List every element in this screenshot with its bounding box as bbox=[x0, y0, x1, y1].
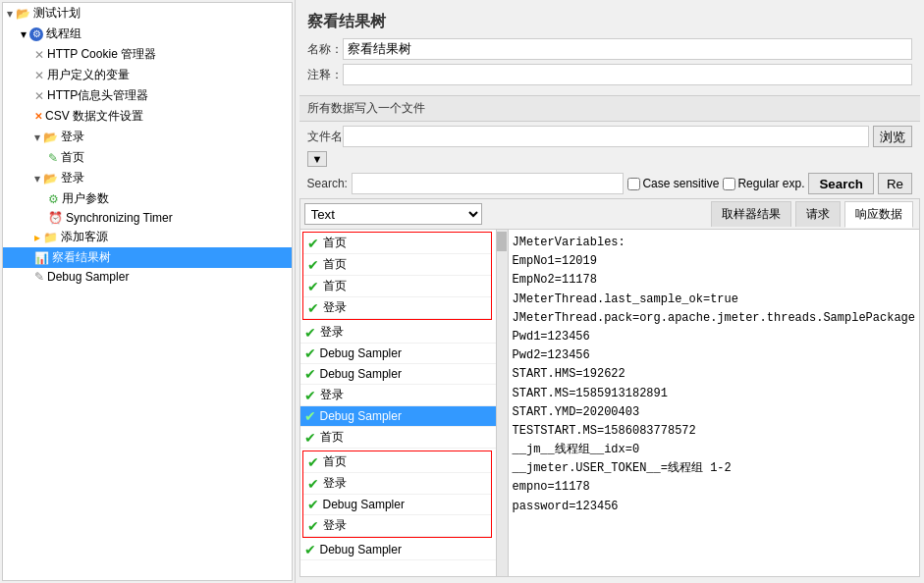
list-item-3[interactable]: ✔首页 bbox=[303, 276, 491, 297]
reset-button[interactable]: Re bbox=[878, 173, 912, 194]
list-item-15[interactable]: ✔Debug Sampler bbox=[300, 540, 496, 560]
expand-row: ▼ bbox=[299, 149, 920, 169]
tree-item-http-cookie[interactable]: ✕HTTP Cookie 管理器 bbox=[3, 44, 292, 65]
regular-exp-label[interactable]: Regular exp. bbox=[723, 177, 804, 190]
tabs-container: 取样器结果请求响应数据 bbox=[711, 201, 915, 227]
response-line: EmpNo2=11178 bbox=[513, 271, 915, 290]
tree-item-login1[interactable]: ▾📂登录 bbox=[3, 127, 292, 147]
list-item-label-11: 首页 bbox=[323, 453, 347, 470]
comment-input[interactable] bbox=[343, 64, 912, 85]
response-line: START.YMD=20200403 bbox=[513, 403, 915, 422]
right-panel: 察看结果树 名称： 注释： 所有数据写入一个文件 文件名 浏览 ▼ Search… bbox=[296, 0, 924, 583]
list-item-label-6: Debug Sampler bbox=[320, 346, 402, 360]
list-item-label-2: 首页 bbox=[323, 256, 347, 273]
tree-item-login2[interactable]: ▾📂登录 bbox=[3, 168, 292, 188]
list-panel[interactable]: ✔首页✔首页✔首页✔登录✔登录✔Debug Sampler✔Debug Samp… bbox=[300, 230, 497, 576]
response-line: JMeterThread.pack=org.apache.jmeter.thre… bbox=[513, 309, 915, 328]
regular-exp-checkbox[interactable] bbox=[723, 178, 735, 190]
list-item-label-14: 登录 bbox=[323, 517, 347, 534]
response-line: empno=11178 bbox=[513, 478, 915, 497]
comment-label: 注释： bbox=[307, 67, 343, 83]
list-item-label-9: Debug Sampler bbox=[320, 409, 402, 423]
tree-item-sync-timer[interactable]: ⏰Synchronizing Timer bbox=[3, 209, 292, 227]
list-item-9[interactable]: ✔Debug Sampler bbox=[300, 406, 496, 427]
tree-item-home1[interactable]: ✎首页 bbox=[3, 147, 292, 168]
response-line: TESTSTART.MS=1586083778572 bbox=[513, 422, 915, 441]
list-item-label-10: 首页 bbox=[320, 429, 344, 446]
case-sensitive-label[interactable]: Case sensitive bbox=[627, 177, 719, 190]
browse-button[interactable]: 浏览 bbox=[873, 126, 912, 147]
list-item-6[interactable]: ✔Debug Sampler bbox=[300, 344, 496, 364]
check-icon-9: ✔ bbox=[304, 408, 316, 424]
check-icon-3: ✔ bbox=[307, 279, 319, 294]
tab-sampler[interactable]: 取样器结果 bbox=[711, 201, 791, 227]
comment-row: 注释： bbox=[299, 62, 920, 87]
tab-response[interactable]: 响应数据 bbox=[844, 201, 913, 228]
response-content: JMeterVariables:EmpNo1=12019EmpNo2=11178… bbox=[509, 230, 919, 576]
list-item-label-3: 首页 bbox=[323, 278, 347, 294]
name-row: 名称： bbox=[299, 36, 920, 62]
scrollbar-thumb[interactable] bbox=[497, 232, 507, 251]
tree-item-debug-sampler[interactable]: ✎Debug Sampler bbox=[3, 268, 292, 286]
main-container: ▾📂测试计划▾⚙线程组✕HTTP Cookie 管理器✕用户定义的变量✕HTTP… bbox=[0, 0, 924, 583]
list-item-label-5: 登录 bbox=[320, 324, 344, 341]
list-item-7[interactable]: ✔Debug Sampler bbox=[300, 364, 496, 385]
check-icon-14: ✔ bbox=[307, 518, 319, 534]
section-title: 所有数据写入一个文件 bbox=[299, 95, 920, 122]
format-dropdown[interactable]: TextRegExp TesterCSS/JQuery TesterXPath … bbox=[304, 203, 482, 225]
check-icon-12: ✔ bbox=[307, 476, 319, 492]
group2-border: ✔首页✔登录✔Debug Sampler✔登录 bbox=[302, 450, 492, 538]
list-item-2[interactable]: ✔首页 bbox=[303, 254, 491, 276]
check-icon-8: ✔ bbox=[304, 388, 316, 403]
tree-item-user-vars[interactable]: ✕用户定义的变量 bbox=[3, 65, 292, 85]
list-item-10[interactable]: ✔首页 bbox=[300, 427, 496, 449]
tree-item-add-source[interactable]: ▸📁添加客源 bbox=[3, 227, 292, 247]
list-item-11[interactable]: ✔首页 bbox=[303, 451, 491, 473]
panel-header: 察看结果树 名称： 注释： bbox=[299, 4, 920, 91]
check-icon-6: ✔ bbox=[304, 345, 316, 361]
list-item-14[interactable]: ✔登录 bbox=[303, 515, 491, 537]
tree-item-test-plan[interactable]: ▾📂测试计划 bbox=[3, 3, 292, 24]
search-button[interactable]: Search bbox=[808, 173, 873, 194]
response-line: __jm__线程组__idx=0 bbox=[513, 441, 915, 459]
response-line: START.HMS=192622 bbox=[513, 365, 915, 384]
tab-request[interactable]: 请求 bbox=[795, 201, 841, 227]
tree-item-thread-group[interactable]: ▾⚙线程组 bbox=[3, 24, 292, 44]
list-item-label-15: Debug Sampler bbox=[320, 543, 402, 556]
list-item-label-13: Debug Sampler bbox=[323, 498, 405, 511]
response-line: JMeterVariables: bbox=[513, 234, 915, 252]
check-icon-1: ✔ bbox=[307, 236, 319, 251]
case-sensitive-checkbox[interactable] bbox=[627, 178, 640, 190]
response-line: Pwd2=123456 bbox=[513, 346, 915, 365]
tree-container[interactable]: ▾📂测试计划▾⚙线程组✕HTTP Cookie 管理器✕用户定义的变量✕HTTP… bbox=[2, 2, 293, 581]
response-line: JMeterThread.last_sample_ok=true bbox=[513, 291, 915, 309]
check-icon-10: ✔ bbox=[304, 430, 316, 446]
list-item-4[interactable]: ✔登录 bbox=[303, 297, 491, 319]
response-line: password=123456 bbox=[513, 498, 915, 516]
tree-item-user-params[interactable]: ⚙用户参数 bbox=[3, 188, 292, 209]
group1-border: ✔首页✔首页✔首页✔登录 bbox=[302, 232, 492, 320]
list-item-1[interactable]: ✔首页 bbox=[303, 233, 491, 254]
tree-item-view-results[interactable]: 📊察看结果树 bbox=[3, 247, 292, 268]
check-icon-5: ✔ bbox=[304, 325, 316, 341]
check-icon-11: ✔ bbox=[307, 454, 319, 470]
tree-item-http-header[interactable]: ✕HTTP信息头管理器 bbox=[3, 85, 292, 106]
list-item-8[interactable]: ✔登录 bbox=[300, 385, 496, 406]
search-input[interactable] bbox=[352, 173, 625, 194]
file-input[interactable] bbox=[343, 126, 869, 147]
results-main: ✔首页✔首页✔首页✔登录✔登录✔Debug Sampler✔Debug Samp… bbox=[300, 230, 919, 576]
name-input[interactable] bbox=[343, 38, 912, 60]
list-item-label-7: Debug Sampler bbox=[320, 367, 402, 381]
name-label: 名称： bbox=[307, 41, 343, 58]
check-icon-15: ✔ bbox=[304, 542, 316, 557]
list-item-label-12: 登录 bbox=[323, 475, 347, 492]
tree-item-csv-setup[interactable]: ✕CSV 数据文件设置 bbox=[3, 106, 292, 127]
search-label: Search: bbox=[307, 177, 348, 190]
list-item-12[interactable]: ✔登录 bbox=[303, 473, 491, 495]
list-item-13[interactable]: ✔Debug Sampler bbox=[303, 495, 491, 515]
list-item-5[interactable]: ✔登录 bbox=[300, 322, 496, 344]
expand-button[interactable]: ▼ bbox=[307, 151, 328, 167]
list-scrollbar[interactable] bbox=[497, 230, 509, 576]
file-label: 文件名 bbox=[307, 129, 343, 145]
check-icon-13: ✔ bbox=[307, 497, 319, 512]
